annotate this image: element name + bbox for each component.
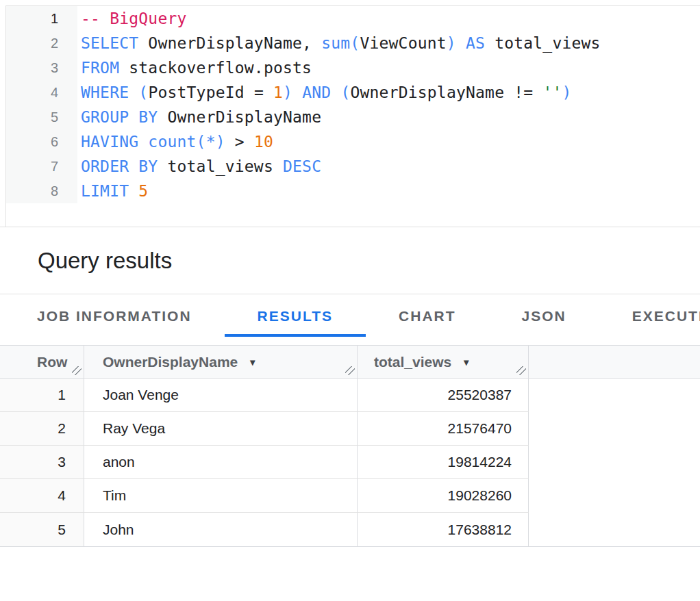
code-token: OwnerDisplayName != [350,84,542,101]
code-token: -- BigQuery [81,10,187,27]
total-views-cell[interactable]: 25520387 [358,379,529,411]
code-line[interactable]: ORDER BY total_views DESC [81,154,700,179]
line-number: 8 [6,179,58,203]
total-views-cell[interactable]: 17638812 [358,513,529,546]
column-resize-handle-icon[interactable] [516,366,526,375]
code-lines[interactable]: -- BigQuerySELECT OwnerDisplayName, sum(… [81,6,700,203]
line-number: 1 [6,6,58,31]
tab-chart[interactable]: CHART [366,295,489,337]
table-row[interactable]: 5John17638812 [0,513,529,546]
owner-display-name-cell[interactable]: Tim [84,479,358,512]
total-views-cell[interactable]: 19814224 [358,446,529,478]
results-tabbar: JOB INFORMATIONRESULTSCHARTJSONEXECUTION… [0,295,700,337]
code-token: ( [350,34,360,52]
row-number-cell[interactable]: 1 [0,379,84,411]
line-number-gutter: 12345678 [6,6,77,203]
page-title: Query results [38,248,172,274]
code-token [129,84,138,101]
tab-json[interactable]: JSON [489,295,599,337]
query-results-section: Query results [0,227,700,294]
tab-execution-details[interactable]: EXECUTION DETAILS [599,295,700,337]
column-header-row[interactable]: Row [0,346,84,378]
line-number: 5 [6,105,58,129]
code-token: ORDER BY [81,157,158,175]
code-token: FROM [81,59,119,77]
table-row[interactable]: 2Ray Vega21576470 [0,412,529,446]
code-token: stackoverflow.posts [119,59,312,77]
code-token: 1 [273,84,283,101]
code-token: AND [292,84,340,101]
column-resize-handle-icon[interactable] [345,366,355,375]
code-line[interactable]: LIMIT 5 [81,179,700,203]
code-token: > [225,133,254,151]
line-number: 3 [6,55,58,80]
table-row[interactable]: 3anon19814224 [0,446,529,479]
code-token: (*) [197,133,225,151]
code-token: AS [456,34,495,52]
column-header-label: Row [37,354,67,370]
line-number: 6 [6,129,58,154]
line-number: 7 [6,154,58,179]
code-token: sum [321,34,350,52]
owner-display-name-cell[interactable]: anon [84,446,358,478]
column-header-ownerdisplayname[interactable]: OwnerDisplayName ▾ [84,346,358,378]
code-token: count [148,133,196,151]
line-number: 4 [6,80,58,105]
total-views-cell[interactable]: 19028260 [358,479,529,512]
code-token: ) [447,34,456,52]
table-header-filler [529,346,700,378]
code-line[interactable]: SELECT OwnerDisplayName, sum(ViewCount) … [81,31,700,55]
row-number-cell[interactable]: 4 [0,479,84,512]
column-header-label: OwnerDisplayName [103,354,238,370]
sql-editor[interactable]: 12345678 -- BigQuerySELECT OwnerDisplayN… [5,5,700,227]
sort-arrow-icon[interactable]: ▾ [464,357,468,368]
code-line[interactable]: GROUP BY OwnerDisplayName [81,105,700,129]
code-line[interactable]: -- BigQuery [81,6,700,31]
sort-arrow-icon[interactable]: ▾ [250,357,255,368]
column-header-total-views[interactable]: total_views ▾ [358,346,529,378]
table-bottom-border [0,546,700,547]
code-token: ViewCount [360,34,446,52]
code-token: OwnerDisplayName [158,108,321,126]
code-token: 5 [138,182,148,200]
code-token: WHERE [81,84,129,101]
code-token [129,182,138,200]
code-token: total_views [495,34,601,52]
code-token: SELECT [81,34,138,52]
code-token: '' [542,84,562,101]
owner-display-name-cell[interactable]: John [84,513,358,546]
code-token: DESC [283,157,321,175]
results-table-header: Row OwnerDisplayName ▾ total_views ▾ [0,345,700,379]
tab-results[interactable]: RESULTS [225,295,366,337]
code-line[interactable]: HAVING count(*) > 10 [81,129,700,154]
code-line[interactable]: WHERE (PostTypeId = 1) AND (OwnerDisplay… [81,80,700,105]
code-token: 10 [254,133,273,151]
row-number-cell[interactable]: 3 [0,446,84,478]
code-token: GROUP BY [81,108,158,126]
row-number-cell[interactable]: 2 [0,412,84,445]
code-token: OwnerDisplayName, [138,34,321,52]
code-token: ( [138,84,148,101]
code-token: ) [283,84,292,101]
table-row[interactable]: 1Joan Venge25520387 [0,379,529,412]
total-views-cell[interactable]: 21576470 [358,412,529,445]
column-resize-handle-icon[interactable] [72,366,82,375]
owner-display-name-cell[interactable]: Joan Venge [84,379,358,411]
code-token: HAVING [81,133,138,151]
results-table-body: 1Joan Venge255203872Ray Vega215764703ano… [0,379,529,546]
tab-job-information[interactable]: JOB INFORMATION [4,295,225,337]
code-token: ( [340,84,350,101]
code-token: LIMIT [81,182,129,200]
owner-display-name-cell[interactable]: Ray Vega [84,412,358,445]
code-token: ) [562,84,572,101]
code-token: PostTypeId = [148,84,273,101]
table-row[interactable]: 4Tim19028260 [0,479,529,513]
column-header-label: total_views [374,354,451,370]
code-token: total_views [158,157,283,175]
code-token [138,133,148,151]
code-line[interactable]: FROM stackoverflow.posts [81,55,700,80]
row-number-cell[interactable]: 5 [0,513,84,546]
line-number: 2 [6,31,58,55]
